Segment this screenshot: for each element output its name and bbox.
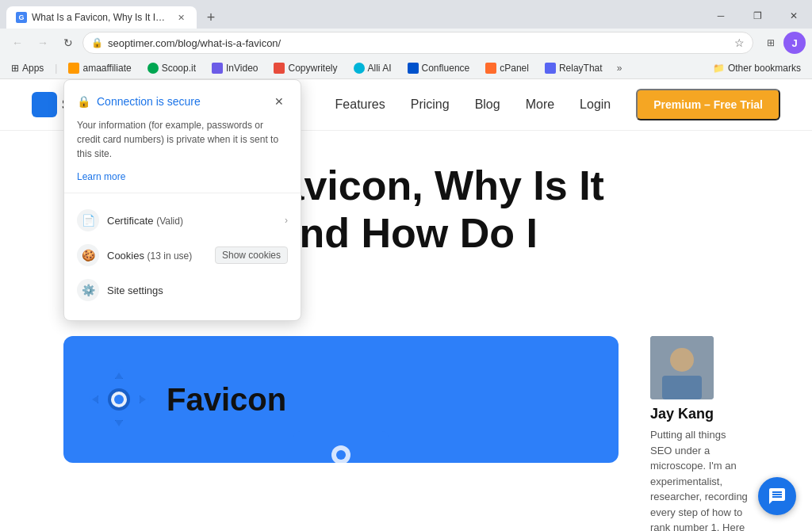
author-bio: Putting all things SEO under a microscop…: [650, 427, 749, 531]
popup-title: 🔒 Connection is secure: [77, 95, 201, 108]
bookmark-scoopit[interactable]: Scoop.it: [143, 61, 201, 75]
favicon-label: Favicon: [167, 382, 286, 418]
other-label: Other bookmarks: [728, 63, 801, 74]
bookmark-relaythat[interactable]: RelayThat: [540, 61, 607, 75]
other-bookmarks[interactable]: 📁 Other bookmarks: [708, 61, 806, 75]
nav-login[interactable]: Login: [580, 97, 611, 112]
author-avatar-image: [650, 336, 714, 399]
restore-button[interactable]: ❐: [739, 3, 776, 29]
favicon-gear-icon: [87, 368, 151, 431]
back-button[interactable]: ←: [6, 32, 29, 54]
scoopit-label: Scoop.it: [162, 63, 196, 74]
copywritely-icon: [274, 63, 285, 74]
cookies-icon: 🍪: [77, 244, 99, 266]
tab-close-button[interactable]: ✕: [174, 11, 187, 24]
bookmark-alliai[interactable]: Alli AI: [349, 61, 396, 75]
nav-more[interactable]: More: [526, 97, 554, 112]
bookmark-amazon[interactable]: amaaffiliate: [63, 61, 136, 75]
more-bookmarks[interactable]: »: [614, 63, 626, 74]
popup-close-button[interactable]: ✕: [270, 93, 288, 110]
nav-blog[interactable]: Blog: [475, 97, 500, 112]
svg-rect-2: [116, 418, 122, 430]
bookmark-apps[interactable]: ⊞ Apps: [6, 61, 48, 75]
scoopit-icon: [147, 63, 159, 74]
bookmark-star-icon[interactable]: ☆: [734, 36, 745, 49]
popup-header: 🔒 Connection is secure ✕: [77, 93, 288, 110]
amazon-icon: [68, 63, 79, 74]
svg-rect-1: [116, 369, 122, 380]
invideo-label: InVideo: [226, 63, 258, 74]
amazon-label: amaaffiliate: [82, 63, 131, 74]
active-tab[interactable]: G What Is a Favicon, Why Is It Imp... ✕: [6, 6, 197, 29]
confluence-label: Confluence: [422, 63, 470, 74]
bottom-section: Favicon Jay Kang Putting all thing: [0, 320, 812, 531]
relaythat-icon: [545, 63, 556, 74]
popup-lock-icon: 🔒: [77, 95, 90, 108]
page-content: SEOptimer Features Pricing Blog More Log…: [0, 79, 812, 531]
apps-grid-icon: ⊞: [11, 63, 19, 74]
lock-icon: 🔒: [91, 37, 103, 48]
svg-point-6: [114, 395, 124, 404]
relaythat-label: RelayThat: [559, 63, 603, 74]
learn-more-link[interactable]: Learn more: [77, 171, 125, 182]
alliai-label: Alli AI: [368, 63, 392, 74]
bookmarks-bar: ⊞ Apps | amaaffiliate Scoop.it InVideo C…: [0, 57, 812, 79]
certificate-label: Certificate (Valid): [107, 215, 183, 227]
popup-divider: [64, 193, 301, 193]
chat-icon: [768, 487, 787, 506]
svg-rect-4: [138, 396, 149, 403]
logo-icon: [32, 92, 57, 117]
bookmark-copywritely[interactable]: Copywritely: [269, 61, 342, 75]
premium-button[interactable]: Premium – Free Trial: [636, 89, 780, 120]
nav-links: Features Pricing Blog More Login Premium…: [335, 89, 780, 120]
confluence-icon: [408, 63, 419, 74]
cookies-row[interactable]: 🍪 Cookies (13 in use) Show cookies: [77, 238, 288, 273]
nav-features[interactable]: Features: [335, 97, 385, 112]
address-bar[interactable]: 🔒 seoptimer.com/blog/what-is-a-favicon/ …: [82, 32, 753, 54]
svg-point-8: [336, 450, 346, 460]
favicon-graphic: Favicon: [63, 336, 619, 463]
security-popup: 🔒 Connection is secure ✕ Your informatio…: [63, 79, 301, 321]
site-settings-row[interactable]: ⚙️ Site settings: [77, 273, 288, 308]
certificate-row[interactable]: 📄 Certificate (Valid) ›: [77, 203, 288, 238]
forward-button[interactable]: →: [32, 32, 54, 54]
popup-title-text: Connection is secure: [97, 95, 201, 108]
nav-pricing[interactable]: Pricing: [411, 97, 450, 112]
tab-favicon: G: [16, 12, 27, 23]
svg-rect-11: [662, 376, 702, 399]
svg-rect-3: [89, 396, 100, 403]
tab-title: What Is a Favicon, Why Is It Imp...: [32, 12, 170, 23]
extensions-button[interactable]: ⊞: [760, 32, 782, 54]
reload-button[interactable]: ↻: [57, 32, 79, 54]
alliai-icon: [354, 63, 365, 74]
cookies-label: Cookies (13 in use): [107, 250, 192, 262]
site-settings-label: Site settings: [107, 285, 163, 296]
cpanel-label: cPanel: [500, 63, 529, 74]
new-tab-button[interactable]: +: [200, 6, 222, 29]
profile-button[interactable]: J: [783, 32, 806, 54]
copywritely-label: Copywritely: [288, 63, 337, 74]
author-name: Jay Kang: [650, 406, 749, 422]
favicon-sub-graphic: [293, 431, 389, 463]
chat-bubble-button[interactable]: [758, 477, 796, 515]
bookmark-invideo[interactable]: InVideo: [207, 61, 262, 75]
apps-label: Apps: [22, 63, 44, 74]
cookies-badge: (13 in use): [147, 250, 193, 262]
close-button[interactable]: ✕: [776, 3, 812, 29]
settings-icon: ⚙️: [77, 279, 99, 301]
minimize-button[interactable]: ─: [703, 3, 739, 29]
show-cookies-button[interactable]: Show cookies: [215, 246, 288, 264]
author-avatar: [650, 336, 714, 399]
popup-description: Your information (for example, passwords…: [77, 118, 288, 161]
svg-point-10: [670, 348, 694, 372]
folder-icon: 📁: [713, 63, 725, 74]
invideo-icon: [212, 63, 223, 74]
cpanel-icon: [485, 63, 496, 74]
certificate-chevron-icon: ›: [285, 215, 288, 226]
url-text: seoptimer.com/blog/what-is-a-favicon/: [108, 37, 730, 49]
bookmark-cpanel[interactable]: cPanel: [481, 61, 534, 75]
author-card: Jay Kang Putting all things SEO under a …: [650, 336, 749, 531]
bookmark-confluence[interactable]: Confluence: [403, 61, 475, 75]
certificate-icon: 📄: [77, 209, 99, 231]
